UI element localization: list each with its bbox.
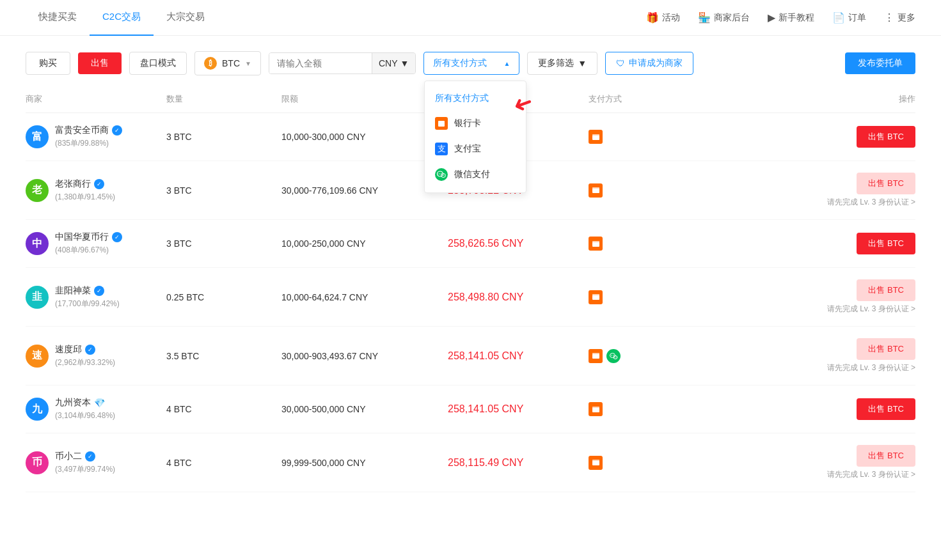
svg-point-22 xyxy=(615,357,615,357)
amount-1: 3 BTC xyxy=(166,185,281,196)
merchant-name-1: 老张商行 ✓ xyxy=(55,178,115,190)
nav-right: 🎁 活动 🏪 商家后台 ▶ 新手教程 📄 订单 ⋮ 更多 xyxy=(646,12,915,24)
doc-icon: 📄 xyxy=(832,12,845,24)
svg-point-23 xyxy=(616,357,617,357)
tab-bulk-trade[interactable]: 大宗交易 xyxy=(154,0,217,36)
avatar-4: 速 xyxy=(26,345,49,368)
avatar-3: 韭 xyxy=(26,286,49,309)
limit-5: 30,000-500,000 CNY xyxy=(281,404,448,414)
sell-btc-button-5[interactable]: 出售 BTC xyxy=(857,398,915,420)
apply-merchant-button[interactable]: 🛡 申请成为商家 xyxy=(605,52,693,75)
sell-btc-button-6[interactable]: 出售 BTC xyxy=(857,445,915,467)
merchant-cell-1: 老 老张商行 ✓ (1,380单/91.45%) xyxy=(26,178,166,203)
sell-btc-button-0[interactable]: 出售 BTC xyxy=(857,126,915,148)
payments-3 xyxy=(589,290,665,304)
merchant-stats-3: (17,700单/99.42%) xyxy=(55,299,120,309)
nav-orders[interactable]: 📄 订单 xyxy=(832,12,866,24)
bank-payment-icon-2 xyxy=(589,237,603,251)
amount-input[interactable] xyxy=(269,53,372,74)
merchant-info-2: 中国华夏币行 ✓ (408单/96.67%) xyxy=(55,231,122,256)
filter-bar: 购买 出售 盘口模式 ₿ BTC ▼ CNY ▼ 所有支付方式 ▲ 所有支付方式… xyxy=(0,36,941,75)
verified-icon-6: ✓ xyxy=(85,451,95,462)
limit-4: 30,000-903,493.67 CNY xyxy=(281,351,448,361)
price-5: 258,141.05 CNY xyxy=(448,403,589,415)
amount-0: 3 BTC xyxy=(166,132,281,142)
desk-mode-button[interactable]: 盘口模式 xyxy=(129,52,187,75)
svg-rect-25 xyxy=(592,407,599,409)
nav-activity[interactable]: 🎁 活动 xyxy=(646,12,680,24)
merchant-name-2: 中国华夏币行 ✓ xyxy=(55,231,122,243)
wechat-payment-icon-4 xyxy=(606,349,621,363)
diamond-icon-5: 💎 xyxy=(94,398,105,408)
price-2: 258,626.56 CNY xyxy=(448,238,589,249)
payment-option-alipay[interactable]: 支 支付宝 xyxy=(425,136,526,162)
limit-1: 30,000-776,109.66 CNY xyxy=(281,185,448,196)
sell-btc-button-1[interactable]: 出售 BTC xyxy=(857,173,915,194)
table-row: 中 中国华夏币行 ✓ (408单/96.67%) 3 BTC 10,000-25… xyxy=(26,220,915,268)
payment-option-bank[interactable]: 银行卡 xyxy=(425,111,526,136)
payment-dropdown: 所有支付方式 银行卡 支 支付宝 微信支付 xyxy=(424,81,526,193)
verified-icon-2: ✓ xyxy=(112,232,122,242)
sell-btc-button-4[interactable]: 出售 BTC xyxy=(857,338,915,360)
merchant-stats-1: (1,380单/91.45%) xyxy=(55,192,115,203)
nav-merchant-back[interactable]: 🏪 商家后台 xyxy=(698,12,750,24)
limit-6: 99,999-500,000 CNY xyxy=(281,458,448,468)
tab-c2c[interactable]: C2C交易 xyxy=(90,0,154,36)
bank-payment-icon-4 xyxy=(589,349,603,363)
tab-quick-trade[interactable]: 快捷买卖 xyxy=(26,0,90,36)
payment-arrow: ▲ xyxy=(503,60,510,67)
play-icon: ▶ xyxy=(768,12,775,24)
table-row: 币 币小二 ✓ (3,497单/99.74%) 4 BTC 99,999-500… xyxy=(26,433,915,492)
table-row: 韭 韭阳神菜 ✓ (17,700单/99.42%) 0.25 BTC 10,00… xyxy=(26,268,915,327)
coin-selector[interactable]: ₿ BTC ▼ xyxy=(194,51,261,75)
avatar-2: 中 xyxy=(26,232,49,255)
merchant-cell-5: 九 九州资本 💎 (3,104单/96.48%) xyxy=(26,397,166,421)
sell-button[interactable]: 出售 xyxy=(78,52,122,74)
action-cell-6: 出售 BTC 请先完成 Lv. 3 身份认证 > xyxy=(665,445,915,480)
action-cell-5: 出售 BTC xyxy=(665,398,915,420)
merchant-stats-6: (3,497单/99.74%) xyxy=(55,464,115,475)
svg-point-3 xyxy=(439,173,440,175)
svg-rect-9 xyxy=(592,134,599,137)
svg-point-18 xyxy=(610,353,615,357)
post-order-button[interactable]: 发布委托单 xyxy=(845,52,915,74)
currency-selector[interactable]: CNY ▼ xyxy=(372,53,415,74)
bank-payment-icon-5 xyxy=(589,402,603,416)
avatar-6: 币 xyxy=(26,451,49,474)
gift-icon: 🎁 xyxy=(646,12,659,24)
coin-dropdown-arrow: ▼ xyxy=(245,60,251,67)
more-icon: ⋮ xyxy=(884,12,894,24)
svg-rect-11 xyxy=(592,187,599,190)
verify-hint-3: 请先完成 Lv. 3 身份认证 > xyxy=(827,304,915,315)
payments-4 xyxy=(589,349,665,363)
merchant-cell-0: 富 富贵安全币商 ✓ (835单/99.88%) xyxy=(26,125,166,149)
merchant-name-5: 九州资本 💎 xyxy=(55,397,115,408)
amount-5: 4 BTC xyxy=(166,404,281,414)
nav-more[interactable]: ⋮ 更多 xyxy=(884,12,915,24)
bank-payment-icon-1 xyxy=(589,183,603,198)
payment-option-wechat[interactable]: 微信支付 xyxy=(425,162,526,187)
more-filter-button[interactable]: 更多筛选 ▼ xyxy=(527,52,597,75)
action-cell-1: 出售 BTC 请先完成 Lv. 3 身份认证 > xyxy=(665,173,915,208)
bank-icon xyxy=(435,117,448,130)
payment-option-all[interactable]: 所有支付方式 xyxy=(425,86,526,111)
nav-tutorial[interactable]: ▶ 新手教程 xyxy=(768,12,814,24)
buy-button[interactable]: 购买 xyxy=(26,52,70,75)
payment-method-selector[interactable]: 所有支付方式 ▲ 所有支付方式 银行卡 支 支付宝 微信支付 xyxy=(423,52,519,75)
merchant-cell-3: 韭 韭阳神菜 ✓ (17,700单/99.42%) xyxy=(26,285,166,309)
verify-hint-6: 请先完成 Lv. 3 身份认证 > xyxy=(827,469,915,480)
amount-6: 4 BTC xyxy=(166,458,281,468)
avatar-1: 老 xyxy=(26,179,49,202)
svg-rect-15 xyxy=(592,294,599,297)
col-limit: 限额 xyxy=(281,93,448,105)
sell-btc-button-2[interactable]: 出售 BTC xyxy=(857,233,915,254)
merchant-cell-4: 速 速度邱 ✓ (2,962单/93.32%) xyxy=(26,344,166,368)
merchant-cell-2: 中 中国华夏币行 ✓ (408单/96.67%) xyxy=(26,231,166,256)
avatar-5: 九 xyxy=(26,398,49,421)
merchant-info-5: 九州资本 💎 (3,104单/96.48%) xyxy=(55,397,115,421)
alipay-icon: 支 xyxy=(435,143,448,155)
merchant-info-0: 富贵安全币商 ✓ (835单/99.88%) xyxy=(55,125,122,149)
merchant-stats-0: (835单/99.88%) xyxy=(55,138,122,149)
store-icon: 🏪 xyxy=(698,12,711,24)
sell-btc-button-3[interactable]: 出售 BTC xyxy=(857,279,915,301)
